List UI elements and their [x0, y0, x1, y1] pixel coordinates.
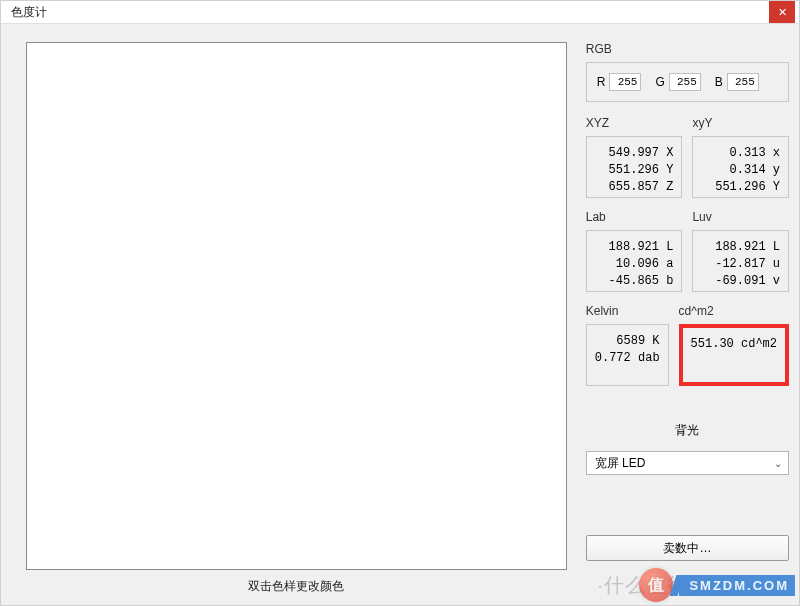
kelvin-values: 6589 K 0.772 dab [586, 324, 669, 386]
luv-label: Luv [692, 210, 789, 224]
rgb-g: G 255 [655, 73, 700, 91]
swatch-hint: 双击色样更改颜色 [248, 578, 344, 595]
lab-label: Lab [586, 210, 683, 224]
rgb-g-value[interactable]: 255 [669, 73, 701, 91]
cdm2-col: cd^m2 551.30 cd^m2 [679, 304, 789, 386]
kelvin-label: Kelvin [586, 304, 669, 318]
reading-button[interactable]: 卖数中… [586, 535, 789, 561]
backlight-label: 背光 [586, 422, 789, 439]
chevron-down-icon: ⌄ [774, 458, 782, 469]
xyz-col: XYZ 549.997 X 551.296 Y 655.857 Z [586, 116, 683, 198]
readings-panel: RGB R 255 G 255 B 255 XYZ 549.997 X [568, 42, 789, 595]
cdm2-label: cd^m2 [679, 304, 789, 318]
row-xyz-xyy: XYZ 549.997 X 551.296 Y 655.857 Z xyY 0.… [586, 116, 789, 198]
window-title: 色度计 [11, 4, 47, 21]
reading-button-label: 卖数中… [663, 540, 711, 557]
backlight-select[interactable]: 宽屏 LED ⌄ [586, 451, 789, 475]
rgb-b-value[interactable]: 255 [727, 73, 759, 91]
lab-values: 188.921 L 10.096 a -45.865 b [586, 230, 683, 292]
rgb-b: B 255 [715, 73, 759, 91]
rgb-r-value[interactable]: 255 [609, 73, 641, 91]
lab-col: Lab 188.921 L 10.096 a -45.865 b [586, 210, 683, 292]
xyy-values: 0.313 x 0.314 y 551.296 Y [692, 136, 789, 198]
row-lab-luv: Lab 188.921 L 10.096 a -45.865 b Luv 188… [586, 210, 789, 292]
app-window: 色度计 ✕ 双击色样更改颜色 RGB R 255 G 255 B [0, 0, 800, 606]
close-icon: ✕ [778, 6, 787, 19]
cdm2-values: 551.30 cd^m2 [679, 324, 789, 386]
rgb-label: RGB [586, 42, 789, 56]
xyy-label: xyY [692, 116, 789, 130]
swatch-area: 双击色样更改颜色 [25, 42, 568, 595]
xyz-label: XYZ [586, 116, 683, 130]
luv-values: 188.921 L -12.817 u -69.091 v [692, 230, 789, 292]
xyy-col: xyY 0.313 x 0.314 y 551.296 Y [692, 116, 789, 198]
xyz-values: 549.997 X 551.296 Y 655.857 Z [586, 136, 683, 198]
rgb-g-label: G [655, 75, 664, 89]
color-swatch[interactable] [26, 42, 567, 570]
row-kelvin-cdm2: Kelvin 6589 K 0.772 dab cd^m2 551.30 cd^… [586, 304, 789, 386]
rgb-r-label: R [597, 75, 606, 89]
backlight-selected: 宽屏 LED [595, 455, 646, 472]
close-button[interactable]: ✕ [769, 1, 795, 23]
luv-col: Luv 188.921 L -12.817 u -69.091 v [692, 210, 789, 292]
rgb-b-label: B [715, 75, 723, 89]
rgb-r: R 255 [597, 73, 642, 91]
content-area: 双击色样更改颜色 RGB R 255 G 255 B 255 [1, 24, 799, 605]
kelvin-col: Kelvin 6589 K 0.772 dab [586, 304, 669, 386]
rgb-box: R 255 G 255 B 255 [586, 62, 789, 102]
titlebar: 色度计 ✕ [1, 1, 799, 24]
